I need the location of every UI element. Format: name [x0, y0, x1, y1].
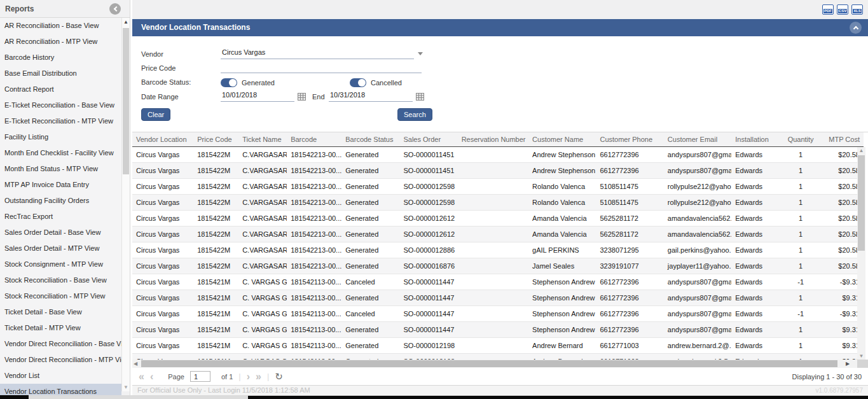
end-date-input[interactable]: 10/31/2018 — [329, 91, 413, 102]
sidebar-scrollbar[interactable]: ▲ ▼ — [121, 18, 130, 391]
column-header[interactable]: Price Code — [193, 132, 238, 146]
table-row[interactable]: Circus Vargas1815421MC. VARGAS GA...1815… — [132, 305, 864, 321]
table-cell: Circus Vargas — [132, 305, 193, 321]
sidebar-item[interactable]: Contract Report — [0, 81, 121, 97]
column-header[interactable]: Customer Name — [528, 132, 596, 146]
table-row[interactable]: Circus Vargas1815422MC.VARGASARE...18154… — [132, 194, 864, 210]
table-row[interactable]: Circus Vargas1815422MC.VARGASARE...18154… — [132, 242, 864, 258]
table-cell: amandavalencia562... — [664, 226, 731, 242]
calendar-icon[interactable] — [416, 93, 424, 101]
clear-button[interactable]: Clear — [141, 108, 170, 121]
table-row[interactable]: Circus Vargas1815422MC.VARGASARE...18154… — [132, 162, 864, 178]
xls-export-icon[interactable]: XLS — [851, 4, 863, 15]
csv-export-icon[interactable]: CSV — [837, 4, 848, 15]
sidebar-item[interactable]: AR Reconciliation - MTP View — [0, 34, 121, 50]
next-page-button[interactable]: › — [247, 370, 250, 383]
table-cell: 181542213-00... — [287, 210, 341, 226]
sidebar-scrollbar-thumb[interactable] — [123, 28, 129, 174]
column-header[interactable]: Customer Email — [664, 132, 731, 146]
sidebar-item[interactable]: Stock Reconciliation - Base View — [0, 272, 121, 288]
sidebar-item[interactable]: E-Ticket Reconciliation - Base View — [0, 97, 121, 113]
table-cell: Edwards — [731, 194, 776, 210]
sidebar-item[interactable]: Vendor List — [0, 368, 121, 384]
vertical-scrollbar-thumb[interactable] — [858, 155, 865, 251]
column-header[interactable]: Sales Order — [399, 132, 457, 146]
table-row[interactable]: Circus Vargas1815422MC.VARGASARE...18154… — [132, 146, 864, 162]
column-header[interactable]: Quantity — [776, 132, 825, 146]
sidebar-item[interactable]: Ticket Detail - Base View — [0, 304, 121, 320]
scroll-up-icon[interactable]: ▲ — [857, 148, 865, 153]
last-page-button[interactable]: » — [256, 370, 261, 383]
table-cell: Edwards — [731, 290, 776, 305]
table-cell: Circus Vargas — [132, 178, 193, 194]
start-date-input[interactable]: 10/01/2018 — [221, 91, 294, 102]
panel-collapse-button[interactable] — [850, 22, 862, 34]
sidebar-item[interactable]: Stock Reconciliation - MTP View — [0, 288, 121, 304]
column-header[interactable]: Installation — [731, 132, 776, 146]
scroll-down-icon[interactable]: ▼ — [857, 353, 865, 359]
table-cell: Circus Vargas — [132, 210, 193, 226]
table-row[interactable]: Circus Vargas1815422MC.VARGASARE...18154… — [132, 210, 864, 226]
vendor-select[interactable]: Circus Vargas — [221, 48, 414, 59]
sidebar-item[interactable]: MTP AP Invoice Data Entry — [0, 177, 121, 193]
table-row[interactable]: Circus Vargas1815422MC.VARGASARE...18154… — [132, 226, 864, 242]
table-row[interactable]: Circus Vargas1815421MC. VARGAS GA...1815… — [132, 353, 864, 360]
sidebar-item[interactable]: Month End Checklist - Facility View — [0, 145, 121, 161]
filter-form: Vendor Circus Vargas Price Code Barcode … — [132, 36, 868, 132]
sidebar-item[interactable]: Stock Consignment - MTP View — [0, 256, 121, 272]
sidebar-item[interactable]: Facility Listing — [0, 129, 121, 145]
column-header[interactable]: Barcode — [287, 132, 341, 146]
sidebar-item[interactable]: Vendor Location Transactions — [0, 384, 121, 395]
vertical-scrollbar[interactable]: ▲ ▼ — [857, 147, 865, 360]
table-cell: 6612772396 — [596, 162, 663, 178]
table-cell: 1 — [776, 321, 825, 337]
sidebar-item[interactable]: RecTrac Export — [0, 209, 121, 225]
table-row[interactable]: Circus Vargas1815421MC. VARGAS GA...1815… — [132, 290, 864, 305]
sidebar-item[interactable]: Base Email Distribution — [0, 66, 121, 81]
table-row[interactable]: Circus Vargas1815421MC. VARGAS GA...1815… — [132, 337, 864, 353]
price-code-input[interactable] — [221, 62, 422, 73]
table-cell: 1815421M — [193, 305, 238, 321]
horizontal-scrollbar[interactable]: ◀ ▶ — [132, 360, 868, 368]
sidebar-item[interactable]: AR Reconciliation - Base View — [0, 18, 121, 34]
column-header[interactable]: Ticket Name — [238, 132, 287, 146]
calendar-icon[interactable] — [298, 93, 306, 101]
table-row[interactable]: Circus Vargas1815422MC.VARGASARE...18154… — [132, 178, 864, 194]
scroll-right-icon[interactable]: ▶ — [846, 361, 850, 367]
column-header[interactable]: MTP Cost — [825, 132, 864, 146]
search-button[interactable]: Search — [397, 108, 432, 121]
scroll-left-icon[interactable]: ◀ — [134, 361, 137, 367]
file-type-label: CSV — [838, 9, 847, 13]
sidebar-item[interactable]: Sales Order Detail - MTP View — [0, 241, 121, 256]
scroll-up-icon[interactable]: ▲ — [122, 19, 130, 25]
scroll-down-icon[interactable]: ▼ — [122, 384, 130, 390]
refresh-icon[interactable]: ↻ — [275, 371, 283, 382]
cancelled-toggle[interactable] — [350, 78, 366, 87]
first-page-button[interactable]: « — [139, 370, 144, 383]
chevron-down-icon[interactable] — [418, 52, 423, 55]
sidebar-item[interactable]: Sales Order Detail - Base View — [0, 225, 121, 241]
table-row[interactable]: Circus Vargas1815422MC.VARGASARE...18154… — [132, 258, 864, 274]
generated-toggle[interactable] — [221, 78, 237, 87]
table-row[interactable]: Circus Vargas1815421MC. VARGAS GA...1815… — [132, 274, 864, 290]
sidebar-item[interactable]: Barcode History — [0, 50, 121, 66]
sidebar-item[interactable]: Month End Status - MTP View — [0, 161, 121, 177]
sidebar-item[interactable]: Vendor Direct Reconciliation - MTP Vie — [0, 352, 121, 368]
column-header[interactable]: Barcode Status — [341, 132, 399, 146]
table-row[interactable]: Circus Vargas1815421MC. VARGAS GA...1815… — [132, 321, 864, 337]
table-cell: 1 — [776, 146, 825, 162]
table-cell: Generated — [341, 162, 399, 178]
prev-page-button[interactable]: ‹ — [150, 370, 153, 383]
column-header[interactable]: Customer Phone — [596, 132, 663, 146]
column-header[interactable]: Vendor Location — [132, 132, 193, 146]
horizontal-scrollbar-thumb[interactable] — [141, 360, 837, 367]
sidebar-collapse-button[interactable] — [109, 3, 121, 15]
column-header[interactable]: Reservation Number — [458, 132, 528, 146]
sidebar-item[interactable]: Ticket Detail - MTP View — [0, 320, 121, 336]
sidebar-item[interactable]: Outstanding Facility Orders — [0, 193, 121, 209]
pdf-export-icon[interactable]: PDF — [822, 4, 834, 15]
sidebar-item[interactable]: E-Ticket Reconciliation - MTP View — [0, 113, 121, 129]
panel-title-bar: Vendor Location Transactions — [132, 19, 868, 36]
sidebar-item[interactable]: Vendor Direct Reconciliation - Base Vi — [0, 336, 121, 352]
page-number-input[interactable] — [190, 371, 210, 382]
